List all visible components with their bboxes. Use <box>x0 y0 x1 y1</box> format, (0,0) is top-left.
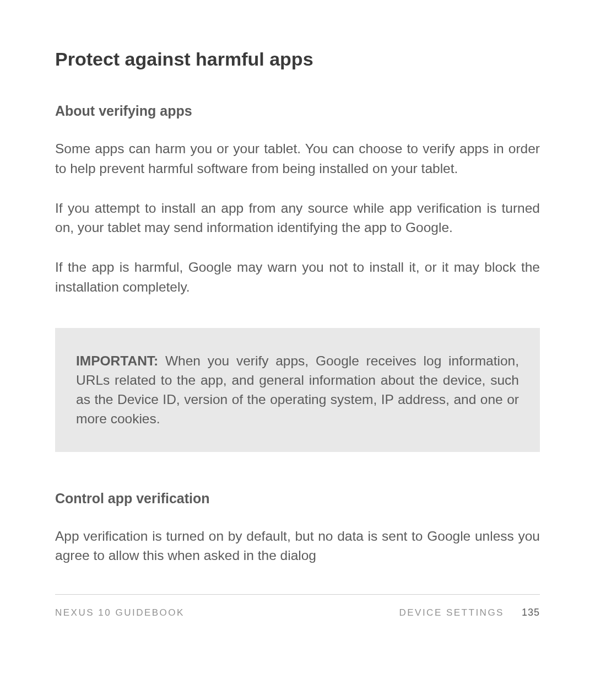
page-number: 135 <box>522 607 540 618</box>
callout-text: IMPORTANT: When you verify apps, Google … <box>76 351 519 429</box>
footer-rule <box>55 594 540 595</box>
important-callout: IMPORTANT: When you verify apps, Google … <box>55 328 540 452</box>
callout-label: IMPORTANT: <box>76 353 158 368</box>
body-paragraph: App verification is turned on by default… <box>55 526 540 566</box>
body-paragraph: If you attempt to install an app from an… <box>55 198 540 238</box>
page-footer: NEXUS 10 GUIDEBOOK DEVICE SETTINGS 135 <box>55 594 540 618</box>
footer-book-title: NEXUS 10 GUIDEBOOK <box>55 607 185 618</box>
section-heading-about: About verifying apps <box>55 103 540 119</box>
section-heading-control: Control app verification <box>55 491 540 507</box>
footer-section-title: DEVICE SETTINGS <box>399 607 504 618</box>
body-paragraph: Some apps can harm you or your tablet. Y… <box>55 139 540 179</box>
page-title: Protect against harmful apps <box>55 49 540 70</box>
body-paragraph: If the app is harmful, Google may warn y… <box>55 257 540 297</box>
